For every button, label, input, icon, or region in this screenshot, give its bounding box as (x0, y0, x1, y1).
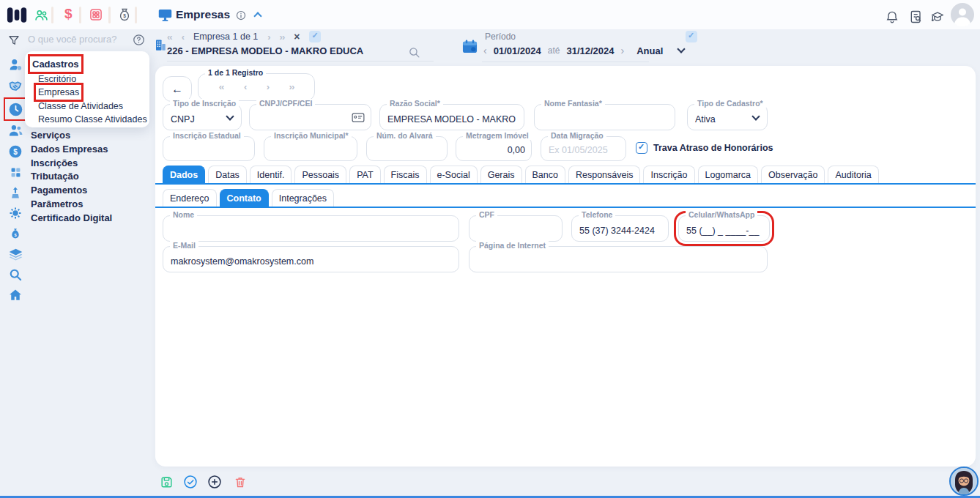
contato-cpf-field[interactable]: CPF (469, 215, 563, 242)
cnpj-field[interactable]: CNPJ/CPF/CEI (249, 104, 371, 130)
tipo-inscricao-select[interactable]: Tipo de Inscrição CNPJ (163, 104, 242, 130)
razao-social-field[interactable]: Razão Social* EMPRESA MODELO - MAKRO EDU… (379, 104, 524, 130)
home-icon[interactable] (7, 286, 24, 304)
contato-nome-field[interactable]: Nome (163, 215, 459, 242)
tab-pessoais[interactable]: Pessoais (294, 166, 346, 183)
tab-dados[interactable]: Dados (163, 166, 205, 183)
back-button[interactable]: ← (163, 76, 192, 102)
menu-pagamentos[interactable]: Pagamentos (31, 185, 87, 196)
user-avatar[interactable] (951, 3, 974, 26)
grid-icon[interactable] (89, 7, 103, 22)
chevron-down-icon[interactable] (678, 45, 686, 53)
last-icon[interactable]: ›› (289, 81, 294, 92)
first-record-icon[interactable]: ‹‹ (167, 31, 172, 42)
search-icon[interactable] (408, 46, 420, 59)
search-blue-icon[interactable] (7, 266, 24, 283)
save-button[interactable] (160, 475, 174, 489)
menu-cadastros[interactable]: Cadastros (32, 59, 79, 70)
period-next-icon[interactable]: › (621, 45, 625, 56)
contato-email-field[interactable]: E-Mail makrosystem@omakrosystem.com (163, 246, 459, 272)
tab-responsaveis[interactable]: Responsáveis (568, 166, 641, 183)
tab-datas[interactable]: Datas (208, 166, 247, 183)
add-button[interactable] (207, 475, 222, 489)
tab-inscricao[interactable]: Inscrição (643, 166, 694, 183)
contato-telefone-field[interactable]: Telefone 55 (37) 3244-2424 (571, 215, 669, 242)
tab-auditoria[interactable]: Auditoria (828, 166, 878, 183)
menu-dados-empresas[interactable]: Dados Empresas (31, 144, 108, 155)
contato-pagina-internet-field[interactable]: Página de Internet (469, 246, 768, 272)
next-record-icon[interactable]: › (267, 31, 270, 42)
inscricao-estadual-field[interactable]: Inscrição Estadual (163, 136, 255, 161)
id-card-icon[interactable] (352, 112, 365, 123)
filter-icon[interactable] (7, 34, 21, 47)
inscricao-municipal-field[interactable]: Inscrição Municipal* (264, 136, 357, 161)
tab-identif[interactable]: Identif. (250, 166, 292, 183)
gear-icon[interactable] (7, 204, 24, 222)
people-icon[interactable] (34, 7, 49, 23)
period-checkbox[interactable] (686, 31, 697, 42)
nome-fantasia-field[interactable]: Nome Fantasia* (534, 104, 675, 130)
prev-icon[interactable]: ‹ (244, 81, 246, 92)
metragem-imovel-field[interactable]: Metragem Imóvel 0,00 (456, 136, 532, 161)
tab-gerais[interactable]: Gerais (480, 166, 522, 183)
trava-checkbox[interactable] (636, 142, 647, 154)
menu-classe-atividades[interactable]: Classe de Atividades (38, 101, 123, 111)
contato-celular-whatsapp-field[interactable]: Celular/WhatsApp 55 (__) _ ____-__ (678, 215, 770, 242)
tab-logomarca[interactable]: Logomarca (698, 166, 759, 183)
num-alvara-field[interactable]: Núm. do Alvará (366, 136, 448, 161)
menu-servicos[interactable]: Serviços (31, 130, 70, 141)
company-selector[interactable]: 226 - EMPRESA MODELO - MAKRO EDUCA (167, 44, 434, 62)
document-search-icon[interactable] (909, 10, 924, 24)
next-icon[interactable]: › (267, 81, 269, 92)
makro-logo[interactable] (7, 6, 29, 24)
info-icon[interactable] (236, 10, 246, 21)
menu-certificado-digital[interactable]: Certificado Digital (31, 212, 112, 223)
confirm-button[interactable] (183, 475, 198, 489)
assistant-avatar[interactable] (949, 467, 979, 496)
period-prev-icon[interactable]: ‹ (483, 45, 487, 56)
tab-banco[interactable]: Banco (525, 166, 565, 183)
menu-resumo-classe-atividades[interactable]: Resumo Classe Atividades (38, 114, 147, 124)
tab-pat[interactable]: PAT (349, 166, 380, 183)
period-mode[interactable]: Anual (636, 45, 663, 56)
layers-icon[interactable] (7, 245, 24, 263)
delete-button[interactable] (234, 475, 247, 489)
users-icon[interactable] (7, 122, 24, 139)
menu-empresas[interactable]: Empresas (38, 87, 79, 97)
money-bag-icon[interactable]: $ (117, 7, 132, 22)
subtab-integracoes[interactable]: Integrações (272, 189, 334, 207)
empresa-form-card: ← 1 de 1 Registro ‹‹ ‹ › ›› Tipo de Insc… (155, 66, 976, 467)
tab-esocial[interactable]: e-Social (430, 166, 478, 183)
menu-inscricoes[interactable]: Inscrições (31, 157, 78, 168)
help-icon[interactable] (133, 34, 145, 46)
money-bag-blue-icon[interactable]: $ (7, 225, 24, 242)
tipo-cadastro-select[interactable]: Tipo de Cadastro* Ativa (687, 104, 768, 130)
user-gear-icon[interactable] (7, 56, 24, 73)
dollar-circle-icon[interactable]: $ (7, 143, 24, 160)
subtab-endereco[interactable]: Endereço (163, 189, 217, 207)
handshake-icon[interactable] (7, 78, 24, 95)
tab-fiscais[interactable]: Fiscais (384, 166, 427, 183)
subtab-contato[interactable]: Contato (220, 189, 269, 207)
prev-record-icon[interactable]: ‹ (182, 31, 184, 42)
period-start-date[interactable]: 01/01/2024 (494, 45, 541, 56)
menu-parametros[interactable]: Parâmetros (31, 198, 83, 209)
clock-icon[interactable] (7, 100, 24, 118)
search-input[interactable] (28, 34, 125, 45)
graduation-cap-icon[interactable] (929, 10, 946, 24)
user-up-icon[interactable] (7, 184, 24, 201)
dollar-icon[interactable]: $ (64, 7, 73, 21)
collapse-icon[interactable] (253, 12, 261, 20)
menu-tributacao[interactable]: Tributação (31, 171, 79, 182)
menu-escritorio[interactable]: Escritório (38, 74, 76, 84)
calculator-icon[interactable] (7, 163, 24, 181)
period-end-date[interactable]: 31/12/2024 (566, 45, 614, 56)
calendar-icon[interactable] (461, 39, 478, 54)
data-migracao-field[interactable]: Data Migração Ex 01/05/2025 (541, 136, 626, 161)
close-icon[interactable]: × (294, 31, 300, 42)
first-icon[interactable]: ‹‹ (219, 81, 224, 92)
bell-icon[interactable] (885, 10, 899, 24)
tab-observacao[interactable]: Observação (761, 166, 825, 183)
last-record-icon[interactable]: ›› (280, 31, 285, 42)
record-checkbox[interactable] (309, 31, 321, 42)
